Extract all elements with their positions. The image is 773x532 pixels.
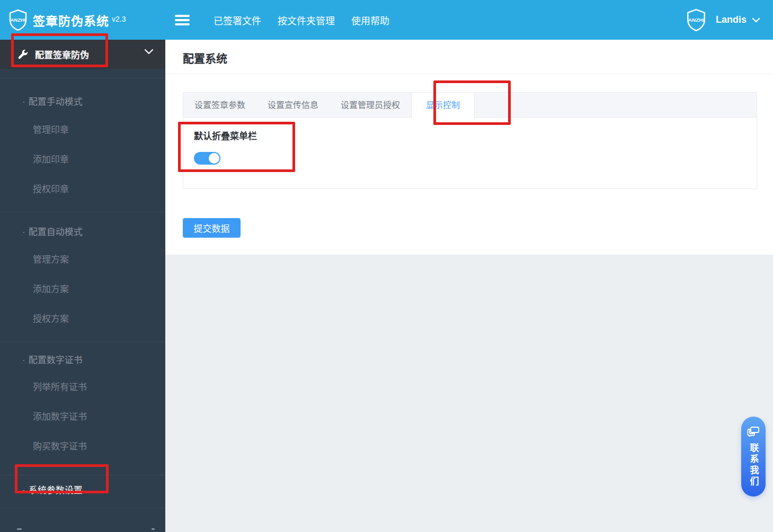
chevron-down-icon xyxy=(752,17,760,23)
cutoff-chevron-fragment xyxy=(152,528,155,530)
page: ANZHI 签章防伪系统 v2.3 已签署文件 按文件夹管理 使用帮助 ANZH… xyxy=(0,0,773,532)
topbar: ANZHI 签章防伪系统 v2.3 已签署文件 按文件夹管理 使用帮助 ANZH… xyxy=(0,0,773,40)
sidebar-section-title[interactable]: ·配置数字证书 xyxy=(0,348,165,373)
brand-shield-logo-icon: ANZHI xyxy=(6,8,30,32)
user-shield-logo-icon: ANZHI xyxy=(684,8,708,32)
sidebar-section-manual-mode: ·配置手动模式 管理印章 添加印章 授权印章 xyxy=(0,78,165,212)
collapse-menu-toggle-label: 默认折叠菜单栏 xyxy=(194,129,746,142)
sidebar-menu: ·配置手动模式 管理印章 添加印章 授权印章 ·配置自动模式 管理方案 添加方案… xyxy=(0,78,165,532)
bullet: · xyxy=(22,227,25,237)
contact-us-label: 联系我们 xyxy=(749,443,758,488)
bullet: · xyxy=(22,355,25,365)
tab-display-control[interactable]: 显示控制 xyxy=(411,93,475,118)
sidebar-section-auto-mode: ·配置自动模式 管理方案 添加方案 授权方案 xyxy=(0,212,165,342)
tab-seal-params[interactable]: 设置签章参数 xyxy=(183,93,256,118)
app-title: 签章防伪系统 xyxy=(33,11,109,29)
wrench-icon xyxy=(17,49,29,60)
sidebar-item-manage-seal[interactable]: 管理印章 xyxy=(0,115,165,145)
sidebar-item-list-certs[interactable]: 列举所有证书 xyxy=(0,373,165,402)
app-version: v2.3 xyxy=(112,15,126,23)
bullet: · xyxy=(22,485,25,495)
sidebar-item-buy-cert[interactable]: 购买数字证书 xyxy=(0,432,165,462)
sidebar-item-system-params[interactable]: ·系统参数设置 xyxy=(0,479,165,503)
sidebar-item-authorize-scheme[interactable]: 授权方案 xyxy=(0,304,165,334)
top-navigation: 已签署文件 按文件夹管理 使用帮助 xyxy=(214,10,389,30)
sidebar-item-add-scheme[interactable]: 添加方案 xyxy=(0,275,165,304)
sidebar: 配置签章防伪 ·配置手动模式 管理印章 添加印章 授权印章 ·配置自动模式 管理… xyxy=(0,40,165,532)
chevron-down-icon xyxy=(144,47,154,57)
hamburger-menu-icon[interactable] xyxy=(175,15,190,25)
sidebar-item-add-seal[interactable]: 添加印章 xyxy=(0,145,165,175)
sidebar-section-title[interactable]: ·配置手动模式 xyxy=(0,89,165,115)
sidebar-item-authorize-seal[interactable]: 授权印章 xyxy=(0,175,165,204)
page-title: 配置系统 xyxy=(183,50,227,66)
main-content: 配置系统 设置签章参数 设置宣传信息 设置管理员授权 显示控制 默认折叠菜单栏 … xyxy=(165,40,773,532)
cutoff-icon-fragment xyxy=(17,528,22,530)
nav-signed-files[interactable]: 已签署文件 xyxy=(214,10,261,30)
sidebar-section-title[interactable]: ·配置自动模式 xyxy=(0,220,165,245)
tab-panel-display-control: 默认折叠菜单栏 xyxy=(183,118,757,165)
collapse-menu-toggle[interactable] xyxy=(194,152,220,165)
sidebar-cutoff-row xyxy=(0,508,165,532)
svg-text:ANZHI: ANZHI xyxy=(10,17,25,23)
user-menu[interactable]: ANZHI Landis xyxy=(684,8,773,32)
nav-folder-management[interactable]: 按文件夹管理 xyxy=(278,10,335,30)
sidebar-item-add-cert[interactable]: 添加数字证书 xyxy=(0,402,165,432)
content-panel: 配置系统 设置签章参数 设置宣传信息 设置管理员授权 显示控制 默认折叠菜单栏 … xyxy=(165,40,773,255)
contact-us-button[interactable]: 联系我们 xyxy=(741,417,766,497)
tab-admin-authorization[interactable]: 设置管理员授权 xyxy=(330,93,411,118)
sidebar-section-digital-cert: ·配置数字证书 列举所有证书 添加数字证书 购买数字证书 xyxy=(0,342,165,475)
sidebar-header-label: 配置签章防伪 xyxy=(35,48,89,61)
toggle-knob xyxy=(209,153,219,164)
submit-data-button[interactable]: 提交数据 xyxy=(183,218,241,238)
tab-promo-info[interactable]: 设置宣传信息 xyxy=(256,93,330,118)
nav-help[interactable]: 使用帮助 xyxy=(351,10,389,30)
sidebar-header-configure-seal[interactable]: 配置签章防伪 xyxy=(0,40,165,69)
chat-bubbles-icon xyxy=(747,426,760,439)
page-header: 配置系统 xyxy=(165,40,773,74)
tab-bar: 设置签章参数 设置宣传信息 设置管理员授权 显示控制 xyxy=(183,93,757,118)
sidebar-section-system-params: ·系统参数设置 xyxy=(0,475,165,508)
user-name: Landis xyxy=(716,14,747,25)
settings-card: 设置签章参数 设置宣传信息 设置管理员授权 显示控制 默认折叠菜单栏 xyxy=(183,92,757,189)
sidebar-item-manage-scheme[interactable]: 管理方案 xyxy=(0,245,165,275)
bullet: · xyxy=(22,97,25,107)
brand: ANZHI 签章防伪系统 v2.3 xyxy=(0,8,165,32)
svg-text:ANZHI: ANZHI xyxy=(688,17,705,23)
